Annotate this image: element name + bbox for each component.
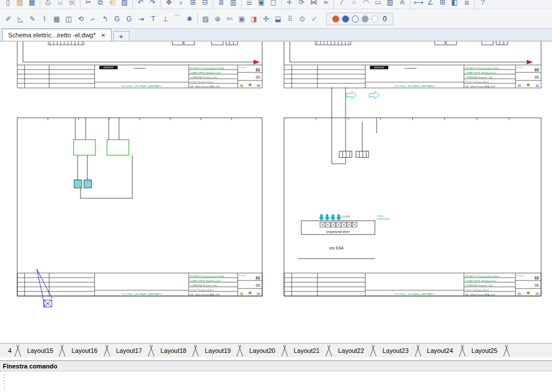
command-input-area[interactable]: ::: [0, 371, 552, 392]
tool-palettes-icon[interactable]: ▢ [267, 0, 279, 9]
layer-color-orange[interactable] [332, 16, 339, 22]
sketch-icon[interactable]: ✎ [26, 13, 39, 25]
layout-tab-Layout22[interactable]: Layout22 [333, 344, 369, 358]
text-style-icon[interactable]: T [147, 13, 159, 25]
layout-tab-Layout15[interactable]: Layout15 [22, 344, 58, 358]
properties-icon[interactable]: ☰ [243, 0, 255, 9]
layer-color-white[interactable] [371, 16, 378, 22]
cut-icon[interactable]: ✂ [82, 0, 94, 9]
open-icon[interactable]: ▤ [14, 0, 26, 9]
mirror-icon[interactable]: ⋈ [308, 0, 320, 9]
revcloud-icon[interactable]: ⟲ [75, 13, 87, 25]
layout-tab-Layout23[interactable]: Layout23 [377, 344, 413, 358]
layer-manager-icon[interactable]: ≣ [215, 0, 227, 9]
copy-clip-icon[interactable]: ⧉ [94, 0, 106, 9]
toolbar-row-2: ✐◺✎⌇▦◫⟲⌐↰GG⇥T⊥⌒✱▧⊕✄▣◨✣⬓⠿⊙✓0 [0, 9, 552, 29]
command-prompt-line: : [3, 372, 549, 379]
offset-icon[interactable]: ≍ [320, 0, 332, 9]
rotate-icon[interactable]: ⟳ [296, 0, 308, 9]
command-window-header[interactable]: Finestra comando [0, 360, 552, 371]
layout-tab-Layout24[interactable]: Layout24 [422, 344, 458, 358]
zoom-window-icon[interactable]: ⊞ [187, 0, 199, 9]
svg-text:10: 10 [535, 84, 539, 87]
ucs-world-icon[interactable]: G [111, 13, 123, 25]
zoom-realtime-icon[interactable]: ⌕ [175, 0, 187, 9]
layout-tab-Layout20[interactable]: Layout20 [244, 344, 280, 358]
layout-tab-Layout25[interactable]: Layout25 [466, 344, 503, 358]
dim-linear-icon[interactable]: ⟷ [412, 0, 424, 9]
svg-text:COMMESSA: Bergamo - Italy: COMMESSA: Bergamo - Italy [465, 285, 493, 287]
tangent-icon[interactable]: ⌒ [171, 13, 183, 25]
select-icon[interactable]: ✐ [2, 13, 14, 25]
node-icon[interactable]: ✱ [183, 13, 195, 25]
paste-icon[interactable]: ⎗ [106, 0, 118, 9]
region-icon[interactable]: ⌇ [39, 13, 51, 25]
circle-icon[interactable]: ○ [348, 0, 360, 9]
plot-preview-icon[interactable]: ⌻ [54, 0, 66, 9]
layer-states-icon[interactable]: ▥ [227, 0, 239, 9]
layer-color-blue-outline[interactable] [352, 16, 359, 22]
design-center-icon[interactable]: ▣ [255, 0, 267, 9]
layout-tab-Layout16[interactable]: Layout16 [66, 344, 102, 358]
close-tab-icon[interactable]: ✕ [101, 32, 105, 39]
zoom-previous-icon[interactable]: ⊟ [199, 0, 211, 9]
svg-text:Via Colello - Villa d'Adda / (: Via Colello - Villa d'Adda / (BERGAMO) [394, 84, 435, 87]
hatch-icon[interactable]: ▧ [384, 0, 396, 9]
valve-label: valvola [377, 215, 384, 217]
toolbar-separator [197, 13, 198, 25]
match-properties-icon[interactable]: ▨ [118, 0, 131, 9]
lights-icon[interactable]: ✣ [260, 13, 272, 25]
layout-tab-bar: 4Layout15Layout16Layout17Layout18Layout1… [0, 343, 552, 358]
check-icon[interactable]: ✓ [308, 13, 320, 25]
qnew-icon[interactable]: ▯ [2, 0, 14, 9]
publish-icon[interactable]: ⎘ [66, 0, 78, 9]
ucs-face-icon[interactable]: ⇥ [135, 13, 147, 25]
layout-tab-separator [147, 344, 155, 358]
layout-tab-Layout19[interactable]: Layout19 [200, 344, 236, 358]
text-tool-icon[interactable]: A [396, 0, 408, 9]
camera-icon[interactable]: ⬓ [272, 13, 284, 25]
materials-icon[interactable]: ◨ [248, 13, 260, 25]
undo-icon[interactable]: ↶ [135, 0, 147, 9]
ucs-previous-icon[interactable]: ↰ [99, 13, 111, 25]
rectangle-icon[interactable]: ▭ [372, 0, 384, 9]
block-insert-icon[interactable]: ◧ [448, 0, 461, 9]
ucs-icon[interactable]: ⌐ [87, 13, 99, 25]
save-icon[interactable]: ▦ [26, 0, 38, 9]
perpendicular-icon[interactable]: ⊥ [159, 13, 171, 25]
layout-tab-4[interactable]: 4 [0, 344, 14, 358]
redo-icon[interactable]: ↷ [147, 0, 159, 9]
layer-lock[interactable] [362, 16, 369, 22]
move-icon[interactable]: ✛ [283, 0, 296, 9]
layout-tab-Layout17[interactable]: Layout17 [111, 344, 147, 358]
svg-text:00: 00 [535, 283, 539, 287]
render-icon[interactable]: ▣ [236, 13, 248, 25]
title-block: Via Colello - Villa d'Adda / (BERGAMO)PR… [17, 273, 262, 296]
valve-label: proporzionale [377, 218, 389, 220]
svg-text:02: 02 [535, 276, 539, 280]
pan-icon[interactable]: ✥ [163, 0, 175, 9]
table-icon[interactable]: ⊞ [436, 0, 448, 9]
layout-tab-Layout21[interactable]: Layout21 [289, 344, 325, 358]
flow-arrow-icon [369, 91, 379, 99]
line-icon[interactable]: ∕ [336, 0, 348, 9]
plot-icon[interactable]: ⎙ [42, 0, 54, 9]
document-tab[interactable]: Schema elettric...iretto -el.dwg* ✕ [2, 29, 112, 41]
attach-icon[interactable]: ⊕ [212, 13, 224, 25]
arc-icon[interactable]: ◠ [360, 0, 372, 9]
ucs-object-icon[interactable]: G [123, 13, 135, 25]
erase-icon[interactable]: ◺ [14, 13, 26, 25]
sun-icon[interactable]: ⊙ [296, 13, 308, 25]
layer-color-blue[interactable] [342, 16, 349, 22]
dim-angular-icon[interactable]: ∠ [424, 0, 436, 9]
snap-mode-icon[interactable]: ◫ [63, 13, 75, 25]
motion-icon[interactable]: ⠿ [284, 13, 296, 25]
layout-tab-Layout18[interactable]: Layout18 [155, 344, 191, 358]
clip-icon[interactable]: ✄ [224, 13, 236, 25]
new-tab-button[interactable]: + [113, 31, 129, 41]
help-icon[interactable]: ? [477, 0, 489, 9]
grid-display-icon[interactable]: ▦ [51, 13, 63, 25]
xref-icon[interactable]: ⧈ [461, 0, 473, 9]
edit-block-icon[interactable]: ▧ [200, 13, 212, 25]
drawing-canvas[interactable]: 0-10 VDC valvola proporzionale proportio… [0, 41, 552, 343]
